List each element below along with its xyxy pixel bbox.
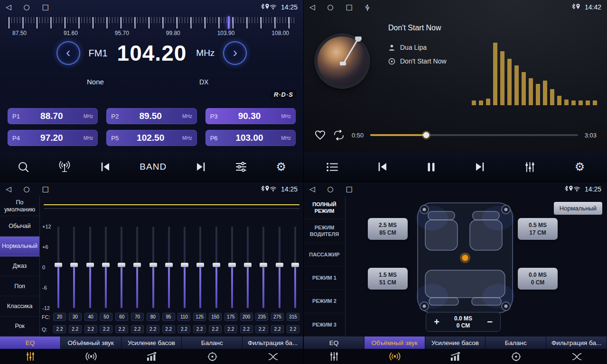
eq-band-slider-10[interactable] (196, 227, 205, 308)
eq-band-slider-15[interactable] (275, 227, 284, 308)
broadcast-icon[interactable] (58, 161, 71, 173)
eq-band-slider-4[interactable] (102, 227, 110, 308)
playlist-icon[interactable] (326, 162, 338, 172)
mixer-icon[interactable] (524, 162, 536, 173)
slider-thumb[interactable] (276, 263, 283, 267)
recents-icon[interactable]: □ (346, 186, 353, 193)
back-icon[interactable]: ◁ (6, 186, 11, 193)
eq-sliders-icon[interactable] (304, 349, 364, 364)
slider-thumb[interactable] (55, 263, 62, 267)
delay-rear-left[interactable]: 1.5 MS 51 CM (368, 268, 408, 290)
surround-mode-6[interactable]: РЕЖИМ 3 (304, 313, 345, 337)
slider-thumb[interactable] (133, 263, 141, 267)
eq-band-slider-16[interactable] (291, 227, 299, 308)
slider-thumb[interactable] (70, 263, 78, 267)
eq-preset-2[interactable]: Обычай (0, 216, 39, 236)
eq-band-slider-12[interactable] (228, 227, 236, 308)
eq-band-slider-2[interactable] (70, 227, 78, 308)
band-button[interactable]: BAND (140, 162, 167, 172)
balance-icon[interactable] (182, 349, 243, 364)
radio-preset-p3[interactable]: P390.30MHz (205, 108, 296, 124)
eq-band-slider-11[interactable] (212, 227, 221, 308)
eq-preset-6[interactable]: Классика (0, 296, 39, 316)
slider-thumb[interactable] (102, 263, 110, 267)
recents-icon[interactable]: □ (42, 186, 49, 193)
eq-preset-7[interactable]: Рок (0, 317, 39, 337)
slider-thumb[interactable] (244, 263, 252, 267)
delay-rear-right[interactable]: 0.0 MS 0 CM (518, 268, 558, 290)
eq-sliders-icon[interactable] (0, 349, 61, 364)
bass-boost-icon[interactable] (425, 349, 486, 364)
slider-thumb[interactable] (181, 263, 188, 267)
eq-preset-4[interactable]: Джаз (0, 256, 39, 276)
previous-icon[interactable] (377, 162, 388, 172)
slider-thumb[interactable] (291, 263, 299, 267)
balance-icon[interactable] (486, 349, 546, 364)
slider-thumb[interactable] (165, 263, 173, 267)
pause-icon[interactable] (427, 162, 435, 172)
eq-band-slider-1[interactable] (54, 227, 63, 308)
repeat-button[interactable] (333, 130, 345, 140)
surround-sound-icon[interactable] (61, 349, 121, 364)
surround-preset-button[interactable]: Нормальный (554, 202, 602, 215)
radio-preset-p4[interactable]: P497.20MHz (8, 130, 98, 146)
audio-tab-5[interactable]: Фильтрация ба... (546, 337, 607, 349)
delay-front-left[interactable]: 2.5 MS 85 CM (368, 218, 408, 240)
recents-icon[interactable]: □ (346, 4, 353, 11)
slider-thumb[interactable] (213, 263, 220, 267)
surround-mode-5[interactable]: РЕЖИМ 2 (304, 290, 345, 313)
surround-mode-3[interactable]: ПАССАЖИР (304, 243, 345, 266)
eq-band-slider-3[interactable] (86, 227, 94, 308)
audio-tab-3[interactable]: Усиление басов (425, 337, 486, 349)
tune-settings-icon[interactable] (235, 161, 247, 173)
bass-boost-icon[interactable] (121, 349, 182, 364)
eq-band-slider-9[interactable] (180, 227, 189, 308)
slider-thumb[interactable] (196, 263, 204, 267)
eq-band-slider-6[interactable] (133, 227, 141, 308)
delay-front-right[interactable]: 0.5 MS 17 CM (518, 218, 558, 240)
surround-sound-icon[interactable] (364, 349, 425, 364)
progress-thumb[interactable] (423, 132, 430, 138)
favorite-button[interactable] (314, 130, 326, 140)
back-icon[interactable]: ◁ (309, 186, 315, 193)
audio-tab-4[interactable]: Баланс (486, 337, 546, 349)
delay-minus-button[interactable]: − (484, 317, 495, 327)
frequency-ruler[interactable] (9, 17, 295, 28)
delay-plus-button[interactable]: + (431, 317, 442, 327)
radio-preset-p6[interactable]: P6103.00MHz (205, 130, 296, 146)
audio-tab-1[interactable]: EQ (304, 337, 364, 349)
radio-preset-p5[interactable]: P5102.50MHz (106, 130, 196, 146)
eq-preset-1[interactable]: По умолчанию (0, 196, 39, 216)
eq-preset-5[interactable]: Поп (0, 276, 39, 296)
eq-band-slider-14[interactable] (259, 227, 268, 308)
audio-tab-1[interactable]: EQ (0, 337, 61, 349)
surround-mode-2[interactable]: РЕЖИМ ВОДИТЕЛЯ (304, 219, 345, 243)
scan-icon[interactable] (17, 161, 29, 173)
home-icon[interactable]: ○ (24, 4, 30, 11)
previous-icon[interactable] (100, 162, 111, 172)
audio-tab-2[interactable]: Объёмный звук (364, 337, 425, 349)
audio-tab-2[interactable]: Объёмный звук (61, 337, 121, 349)
slider-thumb[interactable] (86, 263, 94, 267)
next-icon[interactable] (474, 162, 486, 172)
home-icon[interactable]: ○ (327, 186, 334, 193)
slider-thumb[interactable] (260, 263, 267, 267)
usb-icon[interactable] (365, 4, 370, 11)
audio-tab-4[interactable]: Баланс (182, 337, 243, 349)
settings-gear-icon[interactable]: ⚙ (276, 161, 286, 173)
tune-down-button[interactable]: ‹ (57, 42, 79, 64)
settings-gear-icon[interactable]: ⚙ (575, 161, 585, 173)
eq-band-slider-5[interactable] (117, 227, 126, 308)
tune-up-button[interactable]: › (224, 42, 246, 64)
slider-thumb[interactable] (228, 263, 236, 267)
slider-thumb[interactable] (118, 263, 125, 267)
radio-preset-p2[interactable]: P289.50MHz (106, 108, 196, 124)
back-icon[interactable]: ◁ (309, 4, 315, 11)
recents-icon[interactable]: □ (42, 4, 49, 11)
progress-bar[interactable] (370, 134, 578, 136)
crossover-icon[interactable] (243, 349, 303, 364)
radio-preset-p1[interactable]: P188.70MHz (8, 108, 98, 124)
home-icon[interactable]: ○ (24, 186, 30, 193)
eq-band-slider-8[interactable] (165, 227, 173, 308)
slider-thumb[interactable] (149, 263, 157, 267)
